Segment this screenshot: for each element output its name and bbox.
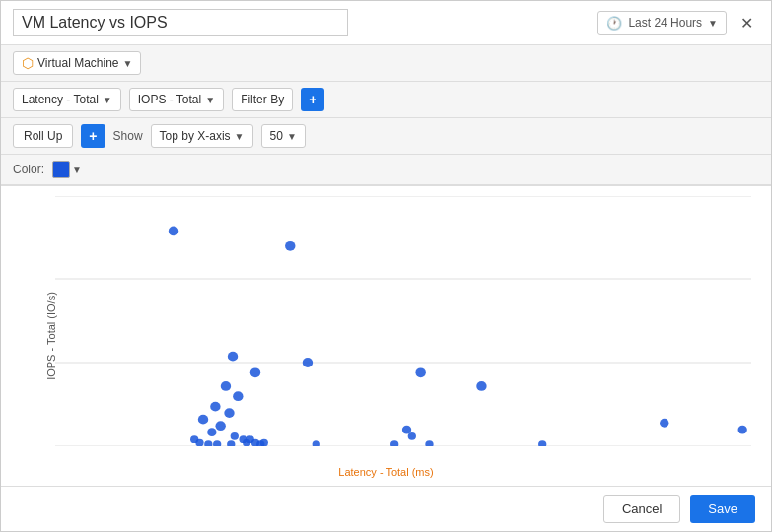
filter-by-label: Filter By [241, 93, 284, 106]
data-point [228, 352, 238, 362]
data-point [538, 440, 546, 446]
data-point [210, 402, 220, 412]
data-point [738, 426, 747, 434]
data-point [215, 421, 225, 431]
data-point [285, 241, 295, 251]
save-button[interactable]: Save [690, 495, 755, 523]
top-count-dropdown[interactable]: 50 ▼ [261, 124, 306, 148]
color-swatch [52, 161, 70, 178]
data-point [390, 440, 398, 446]
time-selector[interactable]: 🕐 Last 24 Hours ▼ [597, 11, 727, 35]
data-point [207, 428, 216, 436]
time-selector-label: Last 24 Hours [628, 16, 702, 30]
show-label: Show [113, 129, 143, 143]
chevron-down-icon: ▼ [72, 165, 82, 175]
data-point [303, 358, 313, 367]
clock-icon: 🕐 [606, 16, 622, 31]
dialog-header: 🕐 Last 24 Hours ▼ ✕ [1, 1, 771, 45]
chart-inner: 75 50 25 0 0 5 10 15 20 25 30 35 40 [55, 196, 751, 446]
x-axis-label: Latency - Total (ms) [338, 466, 433, 478]
data-point [224, 408, 234, 418]
vm-badge[interactable]: ⬡ Virtual Machine ▼ [13, 51, 141, 75]
color-swatch-selector[interactable]: ▼ [52, 161, 82, 178]
chevron-down-icon: ▼ [708, 18, 718, 29]
top-by-xaxis-dropdown[interactable]: Top by X-axis ▼ [151, 124, 253, 148]
chart-area: IOPS - Total (IO/s) Latency - Total (ms)… [1, 186, 771, 486]
scatter-plot: 75 50 25 0 0 5 10 15 20 25 30 35 40 [55, 196, 751, 446]
data-point [476, 381, 486, 391]
chevron-down-icon: ▼ [235, 131, 245, 142]
color-label: Color: [13, 163, 44, 176]
controls-row-2: Roll Up + Show Top by X-axis ▼ 50 ▼ [1, 118, 771, 155]
color-row: Color: ▼ [1, 155, 771, 186]
data-point [660, 419, 668, 428]
dialog-footer: Cancel Save [1, 486, 771, 531]
chevron-down-icon: ▼ [123, 58, 133, 69]
data-point [198, 415, 208, 425]
top-count-label: 50 [270, 129, 283, 143]
data-point [402, 426, 411, 434]
vm-icon: ⬡ [22, 55, 34, 71]
main-dialog: 🕐 Last 24 Hours ▼ ✕ ⬡ Virtual Machine ▼ … [0, 0, 772, 532]
vm-badge-row: ⬡ Virtual Machine ▼ [1, 45, 771, 82]
data-point [227, 440, 235, 446]
iops-dropdown-label: IOPS - Total [138, 93, 201, 106]
data-point [204, 440, 212, 446]
data-point [233, 391, 243, 401]
chevron-down-icon: ▼ [103, 95, 112, 105]
header-right: 🕐 Last 24 Hours ▼ ✕ [597, 11, 759, 35]
data-point [313, 440, 320, 446]
chevron-down-icon: ▼ [287, 131, 297, 142]
cancel-button[interactable]: Cancel [603, 495, 680, 523]
data-point [169, 227, 178, 236]
data-point [425, 440, 433, 446]
roll-up-add-button[interactable]: + [81, 124, 105, 148]
data-point [250, 367, 260, 377]
data-point [221, 381, 231, 391]
add-filter-button[interactable]: + [301, 88, 324, 111]
top-by-xaxis-label: Top by X-axis [160, 129, 231, 143]
data-point [213, 440, 221, 446]
vm-badge-label: Virtual Machine [37, 56, 119, 70]
latency-dropdown[interactable]: Latency - Total ▼ [13, 88, 121, 111]
roll-up-button[interactable]: Roll Up [13, 124, 73, 148]
latency-dropdown-label: Latency - Total [22, 93, 99, 106]
iops-dropdown[interactable]: IOPS - Total ▼ [129, 88, 224, 111]
data-point [408, 432, 416, 440]
data-point [415, 367, 425, 377]
close-button[interactable]: ✕ [735, 12, 759, 34]
dialog-title-input[interactable] [13, 9, 348, 36]
chevron-down-icon: ▼ [205, 95, 215, 105]
data-point [231, 432, 239, 440]
filter-by-button[interactable]: Filter By [232, 88, 293, 111]
controls-row-1: Latency - Total ▼ IOPS - Total ▼ Filter … [1, 82, 771, 118]
